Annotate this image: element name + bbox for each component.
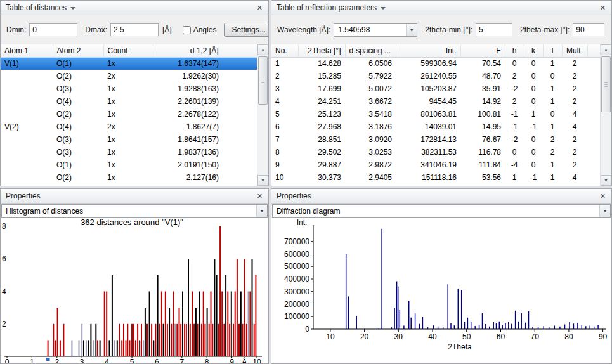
2theta-max-input[interactable] <box>573 23 604 36</box>
table-row[interactable]: 525.1233.5418801063.81100.81-1104 <box>271 108 601 120</box>
column-header-dspacing[interactable]: d-spacing ... <box>345 44 396 57</box>
table-cell: 599306.94 <box>396 57 460 70</box>
table-row[interactable]: 114.6286.0506599306.9470.540012 <box>271 57 601 70</box>
table-row[interactable]: 627.9683.187614039.0114.95-1-114 <box>271 120 601 133</box>
distances-table-body: V(1)O(1)1x1.6374(147)O(2)2x1.9262(30)O(3… <box>1 57 257 184</box>
table-cell: 1 <box>543 171 562 184</box>
column-header-k[interactable]: k <box>524 44 543 57</box>
histogram-bar <box>133 324 134 356</box>
histogram-bar <box>255 275 256 356</box>
close-icon[interactable]: ✕ <box>598 192 608 200</box>
close-icon[interactable]: ✕ <box>255 4 264 12</box>
table-row[interactable]: O(3)1x1.8641(157) <box>1 133 257 146</box>
table-row[interactable]: V(1)O(1)1x1.6374(147) <box>1 57 257 70</box>
table-cell: 7 <box>271 133 298 146</box>
table-cell <box>223 95 257 108</box>
histogram-bar <box>48 340 49 356</box>
column-header-no[interactable]: No. <box>271 44 298 57</box>
x-axis-label: 2Theta <box>448 342 472 351</box>
histogram-bar <box>169 308 170 356</box>
scroll-up-button[interactable]: ▲ <box>601 44 611 55</box>
table-row[interactable]: O(2)1x2.127(16) <box>1 171 257 184</box>
column-header-int[interactable]: Int. <box>396 44 460 57</box>
wavelength-combobox[interactable]: 1.540598 ▼ <box>334 23 417 37</box>
column-header-count[interactable]: Count <box>103 44 153 57</box>
reflections-titlebar[interactable]: Table of reflection parameters ✕ <box>271 1 611 15</box>
column-header-l[interactable]: l <box>543 44 562 57</box>
table-row[interactable]: 1030.3732.9405151118.1653.561-114 <box>271 171 601 184</box>
table-cell: 111.84 <box>460 159 505 171</box>
table-cell: 30.373 <box>298 171 345 184</box>
panel-table-of-reflection-parameters: Table of reflection parameters ✕ Wavelen… <box>271 0 612 186</box>
table-row[interactable]: O(3)1x1.9288(163) <box>1 82 257 95</box>
panel-table-of-distances: Table of distances ✕ Dmin: Dmax: [Å] Ang… <box>0 0 269 186</box>
distances-titlebar[interactable]: Table of distances ✕ <box>1 1 268 15</box>
column-header-f[interactable]: F <box>460 44 505 57</box>
chevron-down-icon[interactable]: ▼ <box>599 205 610 217</box>
histogram-bar <box>219 226 221 356</box>
diffraction-titlebar[interactable]: Properties ✕ <box>271 189 611 204</box>
table-row[interactable]: 929.8872.9872341046.19111.84-4012 <box>271 159 601 171</box>
column-header-mult[interactable]: Mult. <box>562 44 587 57</box>
table-row[interactable]: 728.8513.0920172814.1376.67-2022 <box>271 133 601 146</box>
panel-menu-caret-icon[interactable] <box>381 7 386 10</box>
panel-menu-caret-icon[interactable] <box>70 7 75 10</box>
table-row[interactable]: V(2)O(4)2x1.8627(7) <box>1 120 257 133</box>
chevron-down-icon[interactable]: ▼ <box>256 205 267 217</box>
histogram-bar <box>174 324 176 356</box>
2theta-min-input[interactable] <box>476 23 512 36</box>
column-header-h[interactable]: h <box>505 44 524 57</box>
scroll-up-button[interactable]: ▲ <box>257 44 268 55</box>
table-row[interactable]: 215.2855.7922261240.5548.702002 <box>271 70 601 82</box>
distances-vertical-scrollbar[interactable]: ▲ ▼ <box>257 44 268 186</box>
dmax-input[interactable] <box>110 23 159 36</box>
table-cell: 1.8641(157) <box>153 133 223 146</box>
table-row[interactable]: 317.6995.0072105203.8735.91-2012 <box>271 82 601 95</box>
scroll-down-button[interactable]: ▼ <box>257 175 268 186</box>
angles-checkbox[interactable] <box>183 26 191 34</box>
dmin-input[interactable] <box>29 23 77 36</box>
histogram-bar <box>114 340 115 356</box>
app-root: Table of distances ✕ Dmin: Dmax: [Å] Ang… <box>0 0 612 364</box>
table-row[interactable]: O(2)2x1.9262(30) <box>1 70 257 82</box>
table-cell: O(3) <box>53 133 103 146</box>
histogram-bar <box>71 340 72 356</box>
histogram-bar <box>143 340 144 356</box>
properties-view-selector[interactable]: Histogram of distances ▼ <box>1 204 268 218</box>
scroll-down-button[interactable]: ▼ <box>601 175 611 186</box>
table-cell: 2 <box>505 70 524 82</box>
histogram-titlebar[interactable]: Properties ✕ <box>1 189 268 204</box>
table-row[interactable]: O(1)1x2.0191(150) <box>1 159 257 171</box>
column-header-atom2[interactable]: Atom 2 <box>53 44 103 57</box>
histogram-bar <box>248 292 249 357</box>
table-row[interactable]: O(2)1x2.2678(122) <box>1 108 257 120</box>
close-icon[interactable]: ✕ <box>255 192 264 200</box>
table-cell: 2.127(16) <box>153 171 223 184</box>
table-cell: 2 <box>562 95 587 108</box>
table-cell: 2.2601(139) <box>153 95 223 108</box>
table-cell: 14039.01 <box>396 120 460 133</box>
table-row[interactable]: O(3)1x1.9837(136) <box>1 146 257 159</box>
column-header-filler <box>587 44 601 57</box>
table-row[interactable]: 829.5023.0253382311.53116.780022 <box>271 146 601 159</box>
table-row[interactable]: O(4)1x2.2601(139) <box>1 95 257 108</box>
reflections-vertical-scrollbar[interactable]: ▲ ▼ <box>600 44 611 186</box>
table-cell <box>587 171 601 184</box>
properties-view-selector[interactable]: Diffraction diagram ▼ <box>272 204 611 218</box>
table-cell: O(4) <box>53 95 103 108</box>
settings-button[interactable]: Settings... <box>224 23 269 37</box>
chevron-down-icon[interactable]: ▼ <box>406 24 417 36</box>
column-header-2theta[interactable]: 2Theta [°] <box>298 44 345 57</box>
table-cell: 382311.53 <box>396 146 460 159</box>
table-cell: 28.851 <box>298 133 345 146</box>
close-icon[interactable]: ✕ <box>598 4 608 12</box>
column-header-atom1[interactable]: Atom 1 <box>1 44 53 57</box>
table-cell: 29.502 <box>298 146 345 159</box>
histogram-bar <box>123 324 124 356</box>
scrollbar-thumb[interactable] <box>258 56 268 105</box>
column-header-d12[interactable]: d 1,2 [Å] <box>153 44 223 57</box>
histogram-bar <box>240 292 242 357</box>
table-row[interactable]: 424.2513.66729454.4514.922012 <box>271 95 601 108</box>
table-cell <box>223 159 257 171</box>
scrollbar-thumb[interactable] <box>601 56 611 112</box>
